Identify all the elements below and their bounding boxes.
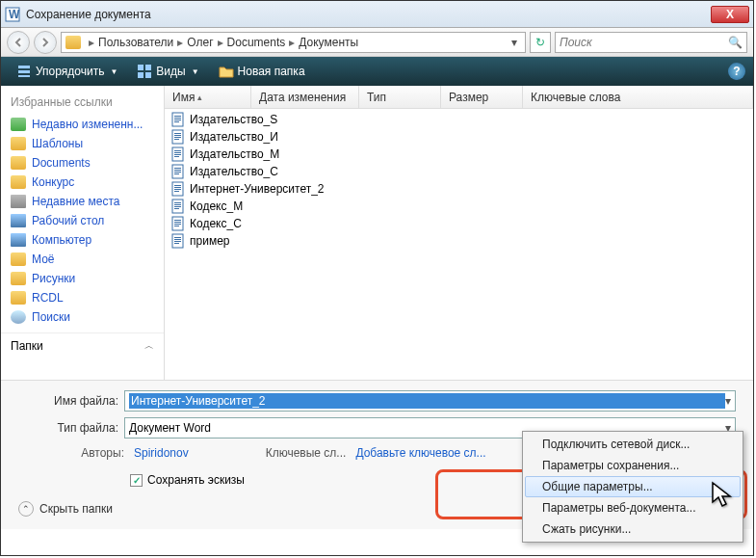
svg-rect-18 [174,139,179,140]
svg-rect-16 [174,135,181,136]
svg-rect-26 [174,170,181,171]
breadcrumb-part[interactable]: Documents [227,36,286,49]
context-menu-item[interactable]: Подключить сетевой диск... [525,434,741,455]
breadcrumb-part[interactable]: Олег [187,36,213,49]
sidebar-item[interactable]: Компьютер [1,230,164,250]
folder-icon [11,137,26,150]
hide-folders-label: Скрыть папки [39,502,113,516]
svg-rect-36 [174,204,181,205]
sidebar-item[interactable]: Моё [1,250,164,269]
file-name: Издательство_М [190,147,279,161]
forward-button[interactable] [34,31,57,54]
breadcrumb-part[interactable]: Документы [299,36,358,49]
folder-icon [11,272,26,285]
back-button[interactable] [7,31,30,54]
svg-text:W: W [9,8,20,21]
file-row[interactable]: Издательство_S [165,111,753,128]
save-thumbnails-checkbox[interactable]: ✓ [130,474,143,487]
disk-icon [11,195,26,208]
sidebar-item[interactable]: Недавние места [1,192,164,211]
sidebar-item[interactable]: RCDL [1,288,164,307]
word-icon: W [5,7,20,22]
chevron-right-icon: ▸ [177,36,183,49]
sidebar-item[interactable]: Конкурс [1,173,164,192]
context-menu-item[interactable]: Параметры веб-документа... [525,497,741,518]
file-list[interactable]: Издательство_SИздательство_ИИздательство… [165,109,753,380]
file-row[interactable]: Интернет-Университет_2 [165,180,753,198]
file-row[interactable]: пример [165,232,753,250]
folder-icon [65,36,81,49]
save-thumbnails-label: Сохранять эскизы [147,473,245,487]
svg-rect-23 [174,156,179,157]
organize-label: Упорядочить [36,65,104,78]
column-name[interactable]: Имя [165,86,251,108]
sidebar-item-label: Недавние места [32,195,119,208]
file-row[interactable]: Кодекс_М [165,198,753,215]
filename-label: Имя файла: [18,394,124,408]
new-folder-icon [219,64,234,79]
sidebar-item[interactable]: Рисунки [1,269,164,288]
authors-value[interactable]: Spiridonov [134,446,189,460]
word-doc-icon [170,164,186,179]
column-modified[interactable]: Дата изменения [251,86,359,108]
chevron-up-icon: ︿ [144,339,154,353]
toolbar: Упорядочить ▼ Виды ▼ Новая папка ? [1,57,753,86]
save-dialog-window: W Сохранение документа X ▸ Пользователи … [0,0,754,556]
new-folder-button[interactable]: Новая папка [211,61,313,82]
breadcrumb-dropdown[interactable]: ▾ [508,36,521,49]
file-name: Издательство_С [190,165,278,178]
refresh-button[interactable]: ↻ [530,32,551,53]
svg-rect-11 [174,118,181,119]
sidebar-item[interactable]: Шаблоны [1,134,164,153]
file-row[interactable]: Издательство_С [165,163,753,180]
breadcrumb[interactable]: ▸ Пользователи ▸ Олег ▸ Documents ▸ Доку… [61,32,526,53]
filename-input[interactable]: Интернет-Университет_2 ▾ [124,390,736,412]
search-input[interactable] [560,36,728,49]
dropdown-icon[interactable]: ▾ [725,394,731,408]
hide-folders-toggle[interactable]: ⌃ Скрыть папки [18,501,113,517]
column-keywords[interactable]: Ключевые слова [523,86,753,108]
svg-rect-33 [174,191,179,192]
svg-rect-43 [174,226,179,226]
column-headers: Имя Дата изменения Тип Размер Ключевые с… [165,86,753,109]
folder-icon [11,156,26,170]
context-menu-item[interactable]: Сжать рисунки... [525,518,741,540]
folders-label: Папки [11,339,43,353]
column-size[interactable]: Размер [441,86,523,108]
organize-button[interactable]: Упорядочить ▼ [9,61,125,82]
svg-rect-38 [174,208,179,209]
dropdown-icon: ▼ [110,67,117,76]
help-button[interactable]: ? [728,63,745,80]
sidebar-item[interactable]: Рабочий стол [1,211,164,230]
views-button[interactable]: Виды ▼ [129,61,206,82]
filename-value: Интернет-Университет_2 [129,393,725,409]
svg-rect-47 [174,241,181,242]
sidebar-item[interactable]: Поиски [1,307,164,327]
chevron-right-icon: ▸ [218,36,223,49]
svg-rect-5 [138,65,143,70]
sidebar-header: Избранные ссылки [1,92,164,115]
svg-rect-8 [145,72,151,78]
close-button[interactable]: X [711,6,749,23]
svg-rect-27 [174,172,181,173]
navbar: ▸ Пользователи ▸ Олег ▸ Documents ▸ Доку… [1,28,753,57]
search-box[interactable]: 🔍 [555,32,747,53]
column-type[interactable]: Тип [359,86,441,108]
filetype-label: Тип файла: [18,421,124,435]
svg-rect-32 [174,189,181,190]
context-menu-item[interactable]: Общие параметры... [525,476,741,497]
breadcrumb-part[interactable]: Пользователи [98,36,173,49]
context-menu-item[interactable]: Параметры сохранения... [525,455,741,476]
sidebar-item[interactable]: Недавно измененн... [1,115,164,134]
sidebar-item[interactable]: Documents [1,153,164,173]
views-label: Виды [156,65,185,78]
monitor-icon [11,214,26,227]
folders-toggle[interactable]: Папки ︿ [1,332,164,359]
file-row[interactable]: Кодекс_С [165,215,753,232]
file-row[interactable]: Издательство_И [165,128,753,146]
word-doc-icon [170,216,186,231]
organize-icon [16,64,32,79]
add-keyword-link[interactable]: Добавьте ключевое сл... [355,446,485,460]
svg-rect-31 [174,187,181,188]
file-row[interactable]: Издательство_М [165,146,753,163]
